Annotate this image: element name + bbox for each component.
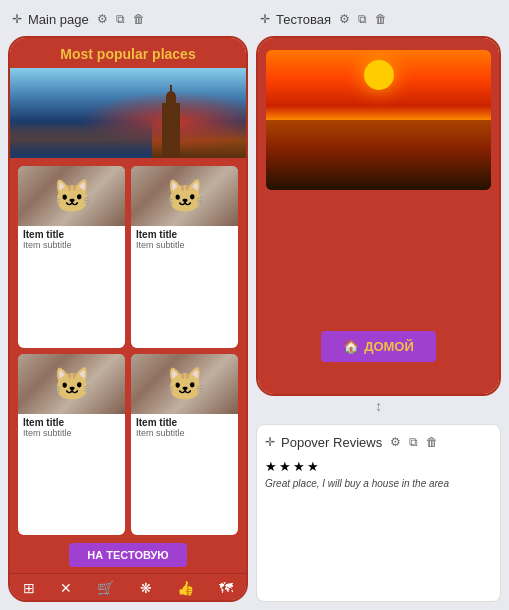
left-panel-title: Main page: [28, 12, 89, 27]
phone-frame-right: 🏠 ДОМОЙ: [256, 36, 501, 396]
grid-item-4[interactable]: Item title Item subtitle: [131, 354, 238, 536]
grid-item-title-4: Item title: [136, 417, 233, 428]
toolbar-icon-settings[interactable]: ❋: [140, 580, 152, 596]
tower-silhouette: [162, 103, 180, 158]
home-icon: 🏠: [343, 339, 359, 354]
sunset-image: [266, 50, 491, 190]
left-header-icons: ⚙ ⧉ 🗑: [95, 10, 147, 28]
water-reflection: [266, 120, 491, 190]
grid-item-text-2: Item title Item subtitle: [131, 226, 238, 254]
right-header-icons: ⚙ ⧉ 🗑: [337, 10, 389, 28]
grid-item-subtitle-1: Item subtitle: [23, 240, 120, 250]
right-panel-header: ✛ Тестовая ⚙ ⧉ 🗑: [256, 8, 501, 30]
popular-title: Most popular places: [10, 38, 246, 68]
bottom-toolbar: ⊞ ✕ 🛒 ❋ 👍 🗺: [10, 573, 246, 600]
star-3: ★: [293, 459, 305, 474]
trash-button-right[interactable]: 🗑: [373, 10, 389, 28]
left-panel: ✛ Main page ⚙ ⧉ 🗑 Most popular places: [8, 8, 248, 602]
cat-image-1: [18, 166, 125, 226]
move-icon-left[interactable]: ✛: [12, 12, 22, 26]
grid-item-image-2: [131, 166, 238, 226]
grid-item-subtitle-4: Item subtitle: [136, 428, 233, 438]
grid-item-3[interactable]: Item title Item subtitle: [18, 354, 125, 536]
left-panel-header: ✛ Main page ⚙ ⧉ 🗑: [8, 8, 248, 30]
review-text: Great place, I will buy a house in the a…: [265, 478, 492, 489]
grid-item-title-3: Item title: [23, 417, 120, 428]
right-screen: 🏠 ДОМОЙ: [258, 38, 499, 394]
cat-image-3: [18, 354, 125, 414]
city-buildings: [10, 118, 152, 158]
settings-button-left[interactable]: ⚙: [95, 10, 110, 28]
grid-item-text-4: Item title Item subtitle: [131, 414, 238, 442]
grid-item-text-1: Item title Item subtitle: [18, 226, 125, 254]
popover-title: Popover Reviews: [281, 435, 382, 450]
hero-image-inner: [10, 68, 246, 158]
grid-item-1[interactable]: Item title Item subtitle: [18, 166, 125, 348]
star-1: ★: [265, 459, 277, 474]
popover-section: ✛ Popover Reviews ⚙ ⧉ 🗑 ★ ★ ★ ★ Great pl…: [256, 424, 501, 602]
nav-button[interactable]: НА ТЕСТОВУЮ: [69, 543, 186, 567]
home-button-label: ДОМОЙ: [364, 339, 414, 354]
settings-button-right[interactable]: ⚙: [337, 10, 352, 28]
phone-screen-left: Most popular places Item title: [10, 38, 246, 600]
star-4: ★: [307, 459, 319, 474]
home-button[interactable]: 🏠 ДОМОЙ: [321, 331, 436, 362]
grid-item-image-4: [131, 354, 238, 414]
grid-item-subtitle-3: Item subtitle: [23, 428, 120, 438]
toolbar-icon-cart[interactable]: 🛒: [97, 580, 114, 596]
grid-item-text-3: Item title Item subtitle: [18, 414, 125, 442]
phone-frame-left: Most popular places Item title: [8, 36, 248, 602]
cat-image-2: [131, 166, 238, 226]
copy-button-left[interactable]: ⧉: [114, 10, 127, 28]
grid-item-2[interactable]: Item title Item subtitle: [131, 166, 238, 348]
move-icon-popover[interactable]: ✛: [265, 435, 275, 449]
trash-button-popover[interactable]: 🗑: [424, 433, 440, 451]
trash-button-left[interactable]: 🗑: [131, 10, 147, 28]
grid-item-subtitle-2: Item subtitle: [136, 240, 233, 250]
sun-circle: [364, 60, 394, 90]
right-panel: ✛ Тестовая ⚙ ⧉ 🗑: [256, 8, 501, 602]
right-panel-title: Тестовая: [276, 12, 331, 27]
copy-button-popover[interactable]: ⧉: [407, 433, 420, 451]
move-icon-right[interactable]: ✛: [260, 12, 270, 26]
resize-handle[interactable]: ↕: [256, 396, 501, 416]
hero-image: [10, 68, 246, 158]
sunset-inner: [266, 50, 491, 190]
copy-button-right[interactable]: ⧉: [356, 10, 369, 28]
stars-row: ★ ★ ★ ★: [265, 459, 492, 474]
toolbar-icon-close[interactable]: ✕: [60, 580, 72, 596]
grid-item-title-1: Item title: [23, 229, 120, 240]
cat-image-4: [131, 354, 238, 414]
popover-header: ✛ Popover Reviews ⚙ ⧉ 🗑: [265, 433, 492, 451]
grid-item-title-2: Item title: [136, 229, 233, 240]
grid-item-image-1: [18, 166, 125, 226]
right-top-section: ✛ Тестовая ⚙ ⧉ 🗑: [256, 8, 501, 416]
star-2: ★: [279, 459, 291, 474]
toolbar-icon-map[interactable]: 🗺: [219, 580, 233, 596]
toolbar-icon-like[interactable]: 👍: [177, 580, 194, 596]
grid-item-image-3: [18, 354, 125, 414]
nav-button-row: НА ТЕСТОВУЮ: [10, 535, 246, 573]
toolbar-icon-grid[interactable]: ⊞: [23, 580, 35, 596]
settings-button-popover[interactable]: ⚙: [388, 433, 403, 451]
popover-header-icons: ⚙ ⧉ 🗑: [388, 433, 440, 451]
items-grid: Item title Item subtitle Item title Item…: [10, 166, 246, 535]
